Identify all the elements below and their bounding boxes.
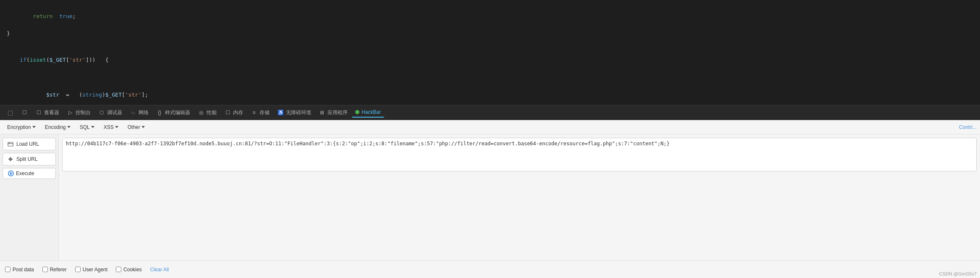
tab-accessibility-label: 无障碍环境 xyxy=(286,109,311,116)
devtools-toolbar: ⬚ ☐ ☐ 查看器 ▷ 控制台 ⬡ 调试器 ↑↓ 网络 {} 样式编辑器 ◎ 性… xyxy=(0,105,980,120)
sql-menu-btn[interactable]: SQL xyxy=(76,123,98,132)
contrib-label[interactable]: Contri... xyxy=(959,124,977,130)
encryption-arrow-icon xyxy=(32,126,36,128)
other-label: Other xyxy=(128,124,140,130)
hackbar-dot-icon xyxy=(355,110,359,114)
tab-viewer[interactable]: ☐ 查看器 xyxy=(32,108,63,118)
viewer-icon: ☐ xyxy=(35,109,42,116)
other-arrow-icon xyxy=(141,126,145,128)
tab-style-editor[interactable]: {} 样式编辑器 xyxy=(153,108,194,118)
cookies-checkbox-label[interactable]: Cookies xyxy=(116,267,141,273)
cookies-checkbox[interactable] xyxy=(116,267,121,272)
split-url-icon xyxy=(7,156,14,163)
tab-performance-label: 性能 xyxy=(207,109,217,116)
encoding-label: Encoding xyxy=(45,124,66,130)
split-url-label: Split URL xyxy=(16,156,38,162)
svg-point-1 xyxy=(9,143,9,143)
clear-all-button[interactable]: Clear All xyxy=(150,267,169,273)
code-line-5 xyxy=(7,73,973,82)
responsive-icon: ☐ xyxy=(21,109,28,116)
hackbar-footer: Post data Referer User Agent Cookies Cle… xyxy=(0,260,980,278)
split-url-button[interactable]: Split URL xyxy=(3,153,56,165)
hackbar-toolbar: Encryption Encoding SQL XSS Other Contri… xyxy=(0,120,980,134)
application-icon: ⊞ xyxy=(319,109,325,116)
debugger-icon: ⬡ xyxy=(98,109,105,116)
cookies-label: Cookies xyxy=(123,267,141,273)
referer-checkbox-label[interactable]: Referer xyxy=(42,267,67,273)
execute-button[interactable]: Execute xyxy=(3,168,56,179)
post-data-label: Post data xyxy=(13,267,34,273)
hackbar-sidebar: Load URL Split URL Execute xyxy=(0,134,59,260)
load-url-button[interactable]: Load URL xyxy=(3,138,56,150)
memory-icon: ☐ xyxy=(224,109,231,116)
svg-rect-0 xyxy=(8,142,13,146)
encoding-arrow-icon xyxy=(67,126,71,128)
load-url-icon xyxy=(7,141,14,147)
hackbar-url-area xyxy=(59,134,980,260)
post-data-checkbox[interactable] xyxy=(5,267,10,272)
devtools-inspect-btn[interactable]: ⬚ xyxy=(3,108,17,118)
tab-storage-label: 存储 xyxy=(259,109,270,116)
tab-network[interactable]: ↑↓ 网络 xyxy=(126,108,152,118)
url-input[interactable] xyxy=(62,138,977,171)
tab-accessibility[interactable]: ♿ 无障碍环境 xyxy=(274,108,314,118)
code-line-1: return true; xyxy=(7,3,973,29)
sql-arrow-icon xyxy=(91,126,94,128)
tab-network-label: 网络 xyxy=(139,109,149,116)
tab-debugger-label: 调试器 xyxy=(107,109,122,116)
execute-play-icon xyxy=(10,172,13,175)
xss-label: XSS xyxy=(104,124,114,130)
inspect-icon: ⬚ xyxy=(7,109,13,116)
tab-memory[interactable]: ☐ 内存 xyxy=(221,108,246,118)
tab-storage[interactable]: ≡ 存储 xyxy=(247,108,273,118)
hackbar-panel: Encryption Encoding SQL XSS Other Contri… xyxy=(0,120,980,278)
svg-point-2 xyxy=(10,143,10,143)
user-agent-label: User Agent xyxy=(83,267,107,273)
tab-hackbar[interactable]: HackBar xyxy=(352,108,384,118)
performance-icon: ◎ xyxy=(198,109,204,116)
xss-menu-btn[interactable]: XSS xyxy=(100,123,122,132)
load-url-label: Load URL xyxy=(16,141,39,147)
user-agent-checkbox[interactable] xyxy=(75,267,81,272)
tab-memory-label: 内存 xyxy=(233,109,243,116)
console-icon: ▷ xyxy=(67,109,73,116)
storage-icon: ≡ xyxy=(251,109,257,116)
tab-application-label: 应用程序 xyxy=(328,109,348,116)
devtools-responsive-btn[interactable]: ☐ xyxy=(18,108,31,118)
code-line-6: $str = (string)$_GET['str']; xyxy=(7,82,973,105)
execute-icon xyxy=(8,170,14,176)
code-area: return true; } if(isset($_GET['str'])) {… xyxy=(0,0,980,105)
encryption-label: Encryption xyxy=(7,124,31,130)
tab-hackbar-label: HackBar xyxy=(362,109,381,115)
encoding-menu-btn[interactable]: Encoding xyxy=(41,123,74,132)
accessibility-icon: ♿ xyxy=(277,109,284,116)
style-editor-icon: {} xyxy=(156,109,163,116)
xss-arrow-icon xyxy=(115,126,118,128)
hackbar-main: Load URL Split URL Execute xyxy=(0,134,980,260)
referer-label: Referer xyxy=(50,267,67,273)
network-icon: ↑↓ xyxy=(130,109,136,116)
tab-debugger[interactable]: ⬡ 调试器 xyxy=(95,108,126,118)
sql-label: SQL xyxy=(80,124,90,130)
referer-checkbox[interactable] xyxy=(42,267,48,272)
tab-style-editor-label: 样式编辑器 xyxy=(165,109,190,116)
tab-performance[interactable]: ◎ 性能 xyxy=(194,108,220,118)
other-menu-btn[interactable]: Other xyxy=(124,123,149,132)
execute-label: Execute xyxy=(16,170,34,176)
user-agent-checkbox-label[interactable]: User Agent xyxy=(75,267,107,273)
tab-console[interactable]: ▷ 控制台 xyxy=(63,108,94,118)
code-line-4: if(isset($_GET['str'])) { xyxy=(7,47,973,73)
tab-application[interactable]: ⊞ 应用程序 xyxy=(315,108,351,118)
tab-viewer-label: 查看器 xyxy=(44,109,59,116)
code-line-3 xyxy=(7,38,973,47)
code-line-2: } xyxy=(7,29,973,38)
tab-console-label: 控制台 xyxy=(76,109,91,116)
csdn-watermark: CSDN @GmG5v7 xyxy=(939,271,977,276)
post-data-checkbox-label[interactable]: Post data xyxy=(5,267,34,273)
encryption-menu-btn[interactable]: Encryption xyxy=(3,123,39,132)
